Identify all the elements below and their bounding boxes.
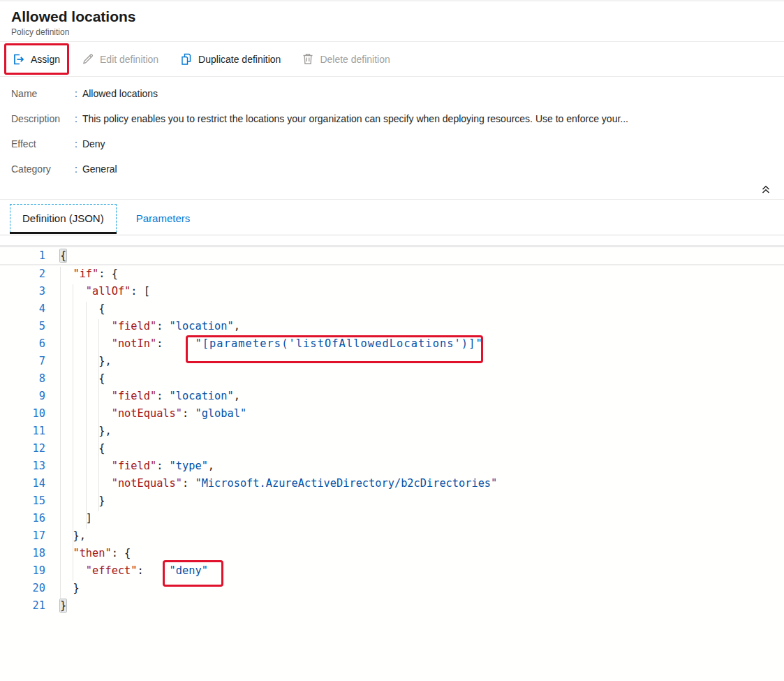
property-label: Category bbox=[11, 163, 75, 175]
code-text: }, bbox=[60, 527, 86, 545]
code-line[interactable]: 15 } bbox=[0, 492, 784, 510]
code-text: { bbox=[60, 440, 105, 457]
property-row-name: Name : Allowed locations bbox=[11, 81, 773, 106]
edit-definition-button: Edit definition bbox=[81, 52, 158, 66]
code-text: "then": { bbox=[60, 545, 131, 562]
code-line[interactable]: 12 { bbox=[0, 440, 784, 457]
code-text: "field": "location", bbox=[60, 318, 240, 335]
property-label: Effect bbox=[11, 138, 75, 149]
code-text: { bbox=[60, 300, 105, 318]
code-text: } bbox=[60, 492, 105, 510]
code-line[interactable]: 21} bbox=[0, 597, 784, 615]
line-number[interactable]: 5 bbox=[0, 318, 45, 335]
code-text: }, bbox=[60, 423, 112, 440]
code-text: "notEquals": "Microsoft.AzureActiveDirec… bbox=[60, 475, 497, 492]
code-line[interactable]: 14 "notEquals": "Microsoft.AzureActiveDi… bbox=[0, 475, 784, 492]
code-line[interactable]: 8 { bbox=[0, 370, 784, 388]
line-number[interactable]: 15 bbox=[0, 492, 45, 510]
code-line[interactable]: 5 "field": "location", bbox=[0, 318, 784, 335]
property-value: Allowed locations bbox=[82, 88, 158, 99]
code-line[interactable]: 17 }, bbox=[0, 527, 784, 545]
line-number[interactable]: 6 bbox=[0, 335, 45, 353]
copy-icon bbox=[179, 52, 193, 66]
pencil-icon bbox=[81, 52, 94, 66]
code-lines[interactable]: 1{2 "if": {3 "allOf": [4 {5 "field": "lo… bbox=[0, 248, 784, 615]
code-line[interactable]: 2 "if": { bbox=[0, 265, 784, 283]
property-label: Name bbox=[11, 88, 75, 99]
line-number[interactable]: 16 bbox=[0, 510, 45, 527]
duplicate-definition-label: Duplicate definition bbox=[198, 54, 281, 65]
line-number[interactable]: 4 bbox=[0, 300, 45, 318]
line-number[interactable]: 9 bbox=[0, 388, 45, 405]
code-line[interactable]: 11 }, bbox=[0, 423, 784, 440]
code-line[interactable]: 18 "then": { bbox=[0, 545, 784, 562]
tab-parameters[interactable]: Parameters bbox=[132, 210, 195, 225]
code-line[interactable]: 10 "notEquals": "global" bbox=[0, 405, 784, 423]
property-label: Description bbox=[11, 113, 75, 124]
assign-button[interactable]: Assign bbox=[11, 52, 60, 66]
code-line[interactable]: 16 ] bbox=[0, 510, 784, 527]
line-number[interactable]: 17 bbox=[0, 527, 45, 545]
code-text: } bbox=[60, 597, 66, 615]
code-line[interactable]: 19 "effect": "deny" bbox=[0, 562, 784, 580]
property-colon: : bbox=[75, 138, 77, 149]
code-text: "field": "location", bbox=[60, 388, 240, 405]
code-line[interactable]: 7 }, bbox=[0, 353, 784, 370]
double-chevron-up-icon bbox=[760, 184, 771, 198]
delete-definition-button: Delete definition bbox=[302, 52, 390, 66]
code-text: { bbox=[60, 248, 66, 264]
collapse-row bbox=[0, 182, 784, 199]
code-text: "if": { bbox=[60, 265, 118, 283]
page-subtitle: Policy definition bbox=[11, 27, 773, 38]
edit-definition-label: Edit definition bbox=[100, 54, 158, 65]
property-value: This policy enables you to restrict the … bbox=[82, 113, 628, 124]
line-number[interactable]: 8 bbox=[0, 370, 45, 388]
line-number[interactable]: 1 bbox=[0, 248, 45, 264]
tab-definition-json-label: Definition (JSON) bbox=[22, 212, 104, 224]
property-row-description: Description : This policy enables you to… bbox=[11, 106, 773, 131]
delete-definition-label: Delete definition bbox=[320, 54, 390, 65]
duplicate-definition-button[interactable]: Duplicate definition bbox=[179, 52, 281, 66]
json-code-editor[interactable]: 1{2 "if": {3 "allOf": [4 {5 "field": "lo… bbox=[0, 245, 784, 681]
line-number[interactable]: 12 bbox=[0, 440, 45, 457]
trash-icon bbox=[302, 52, 314, 66]
line-number[interactable]: 20 bbox=[0, 580, 45, 597]
line-number[interactable]: 18 bbox=[0, 545, 45, 562]
line-number[interactable]: 7 bbox=[0, 353, 45, 370]
line-number[interactable]: 19 bbox=[0, 562, 45, 580]
property-colon: : bbox=[75, 163, 77, 175]
properties-panel: Name : Allowed locations Description : T… bbox=[0, 77, 784, 182]
code-line[interactable]: 4 { bbox=[0, 300, 784, 318]
collapse-panel-button[interactable] bbox=[759, 182, 773, 199]
code-text: "field": "type", bbox=[60, 457, 214, 475]
property-value: Deny bbox=[82, 138, 105, 149]
assign-label: Assign bbox=[31, 54, 60, 65]
code-line[interactable]: 13 "field": "type", bbox=[0, 457, 784, 475]
code-line[interactable]: 9 "field": "location", bbox=[0, 388, 784, 405]
divider bbox=[0, 235, 784, 235]
line-number[interactable]: 13 bbox=[0, 457, 45, 475]
page-header: Allowed locations Policy definition bbox=[0, 1, 784, 41]
line-number[interactable]: 21 bbox=[0, 597, 45, 615]
property-row-category: Category : General bbox=[11, 156, 773, 182]
tab-definition-json[interactable]: Definition (JSON) bbox=[10, 204, 117, 233]
line-number[interactable]: 10 bbox=[0, 405, 45, 423]
line-number[interactable]: 2 bbox=[0, 265, 45, 283]
code-text: } bbox=[60, 580, 80, 597]
code-line[interactable]: 20 } bbox=[0, 580, 784, 597]
code-text: "effect": "deny" bbox=[60, 562, 208, 580]
command-bar: Assign Edit definition Duplicate definit… bbox=[0, 42, 784, 76]
line-number[interactable]: 14 bbox=[0, 475, 45, 492]
property-colon: : bbox=[75, 113, 77, 124]
property-value: General bbox=[82, 163, 117, 175]
code-line[interactable]: 3 "allOf": [ bbox=[0, 283, 784, 300]
line-number[interactable]: 11 bbox=[0, 423, 45, 440]
code-text: }, bbox=[60, 353, 112, 370]
code-text: { bbox=[60, 370, 105, 388]
property-row-effect: Effect : Deny bbox=[11, 131, 773, 156]
code-text: ] bbox=[60, 510, 92, 527]
code-line[interactable]: 6 "notIn": "[parameters('listOfAllowedLo… bbox=[0, 335, 784, 353]
code-text: "notEquals": "global" bbox=[60, 405, 246, 423]
code-line[interactable]: 1{ bbox=[0, 248, 784, 265]
line-number[interactable]: 3 bbox=[0, 283, 45, 300]
